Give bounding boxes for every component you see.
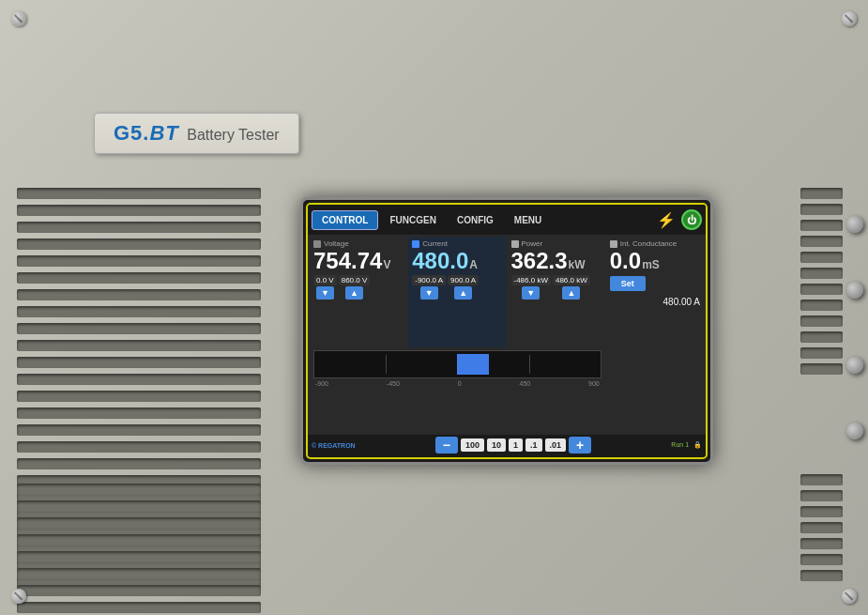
decrement-button[interactable]: − (435, 437, 458, 454)
current-meter: Current 480.0A -900.0 A ▼ 900.0 A (408, 237, 506, 347)
increment-100[interactable]: 100 (461, 438, 484, 452)
screw-top-right (842, 11, 857, 26)
nav-config[interactable]: CONFIG (448, 211, 503, 229)
power-up-btn[interactable]: ▲ (562, 286, 580, 300)
nav-control[interactable]: CONTROL (312, 210, 378, 230)
increment-10[interactable]: 10 (487, 438, 506, 452)
conductance-value: 0.0mS (610, 250, 700, 272)
screw-bottom-right (842, 589, 857, 604)
setpoint-value: 480.00 A (610, 297, 700, 307)
bar-display (313, 350, 602, 378)
power-low-val: -486.0 kW (511, 275, 551, 285)
current-controls: -900.0 A ▼ 900.0 A ▲ (412, 275, 502, 300)
voltage-low-val: 0.0 V (313, 275, 337, 285)
run-status: Run 1 🔒 (671, 441, 702, 449)
bottom-bar: © REGATRON − 100 10 1 .1 .01 + Run 1 🔒 (308, 435, 706, 455)
screw-bottom-left (11, 589, 26, 604)
power-value: 362.3kW (511, 250, 602, 272)
current-high-val: 900.0 A (448, 275, 479, 285)
knob-1[interactable] (846, 216, 863, 233)
conductance-meter: Int. Conductance 0.0mS Set 480.00 A (606, 237, 704, 433)
label-plate: G5.BT Battery Tester (94, 113, 299, 154)
power-icon: ⏻ (687, 215, 696, 225)
voltage-meter: Voltage 754.74V 0.0 V ▼ 860.0 V (310, 237, 407, 347)
current-down-btn[interactable]: ▼ (420, 286, 438, 300)
voltage-high-val: 860.0 V (339, 275, 371, 285)
screen: CONTROL FUNCGEN CONFIG MENU ⚡ ⏻ Vol (306, 203, 708, 459)
increment-1[interactable]: 1 (509, 438, 523, 452)
voltage-up-btn[interactable]: ▲ (345, 286, 363, 300)
power-meter: Power 362.3kW -486.0 kW ▼ 486.0 kW (508, 237, 605, 347)
vent-left-bottom (17, 484, 289, 606)
knob-2[interactable] (846, 282, 863, 299)
model-name: G5.BT (114, 121, 179, 145)
voltage-down-btn[interactable]: ▼ (316, 286, 334, 300)
nav-funcgen[interactable]: FUNCGEN (380, 211, 445, 229)
power-high-val: 486.0 kW (553, 275, 590, 285)
current-up-btn[interactable]: ▲ (454, 286, 472, 300)
increment-button[interactable]: + (569, 437, 591, 454)
bar-scale: -900 -450 0 450 900 (313, 380, 602, 387)
power-controls: -486.0 kW ▼ 486.0 kW ▲ (511, 275, 602, 300)
device-description: Battery Tester (187, 127, 279, 143)
power-button[interactable]: ⏻ (681, 209, 702, 230)
power-label: Power (511, 239, 602, 248)
voltage-value: 754.74V (313, 250, 404, 272)
screw-top-left (11, 11, 26, 26)
nav-bar: CONTROL FUNCGEN CONFIG MENU ⚡ ⏻ (308, 205, 706, 235)
knob-4[interactable] (846, 423, 863, 439)
knob-3[interactable] (846, 357, 863, 374)
conductance-set-btn[interactable]: Set (610, 276, 646, 291)
increment-001[interactable]: .01 (545, 438, 567, 452)
voltage-label: Voltage (313, 239, 404, 248)
brand-text: © REGATRON (312, 442, 356, 449)
current-label: Current (412, 239, 502, 248)
power-down-btn[interactable]: ▼ (522, 286, 540, 300)
current-low-val: -900.0 A (412, 275, 446, 285)
lightning-icon: ⚡ (653, 211, 679, 229)
voltage-controls: 0.0 V ▼ 860.0 V ▲ (313, 275, 404, 300)
screen-container: CONTROL FUNCGEN CONFIG MENU ⚡ ⏻ Vol (300, 197, 713, 465)
bar-chart: -900 -450 0 450 900 (310, 348, 605, 434)
bar-fill-current (457, 354, 489, 375)
nav-menu[interactable]: MENU (505, 211, 551, 229)
current-value: 480.0A (412, 250, 502, 272)
increment-01[interactable]: .1 (525, 438, 542, 452)
device-panel: G5.BT Battery Tester CONTROL FUNCGEN CON… (0, 0, 868, 615)
vent-right-bottom (793, 474, 849, 606)
conductance-label: Int. Conductance (610, 239, 700, 248)
